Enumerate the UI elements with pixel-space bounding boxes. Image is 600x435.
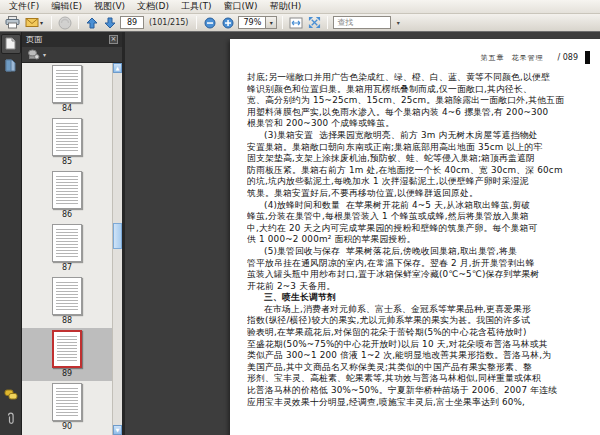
thumbnail-page-image[interactable] (52, 65, 82, 103)
document-area: 第五章 花果管理 / 089 封底;另一端敞口并用广告色染成红、绿、橙、白、蓝、… (125, 32, 600, 435)
text-line: (4)放蜂时间和数量 在苹果树开花前 4~5 天,从冰箱取出蜂茧,剪破 (247, 200, 600, 212)
previous-page-button[interactable] (84, 15, 100, 30)
page-number-input[interactable] (120, 16, 144, 29)
scrollbar-thumb[interactable] (113, 223, 122, 249)
text-line: 指数(纵径/横径)较大的果实,尤以元帅系苹果的果实为甚。我国的许多试 (247, 315, 600, 327)
menu-bar: 文件(F) 编辑(E) 视图(V) 文档(D) 工具(T) 窗口(W) 帮助(H… (0, 0, 600, 14)
paperclip-icon (5, 410, 16, 429)
zoom-in-icon (222, 17, 234, 29)
text-line: 应用宝丰灵效果十分明显,经调查,喷施宝丰灵后,富士坐果率达到 60%, (247, 397, 600, 409)
zoom-out-button[interactable] (202, 15, 218, 30)
text-line: 开花前 2~3 天备用。 (247, 281, 600, 293)
text-line: 至盛花期(50%~75%的中心花开放时)以后 10 天,对花朵喷布普洛马林或其 (247, 339, 600, 351)
menu-item[interactable]: 编辑(E) (45, 0, 88, 14)
navigation-tab-strip (0, 32, 22, 435)
text-line: 宽、高分别约为 15~25cm、15cm、25cm。巢箱除露出一面敞口外,其他五… (247, 95, 600, 107)
next-page-button[interactable] (102, 15, 118, 30)
panel-options-button[interactable]: ▾ (22, 47, 122, 63)
previous-view-button (57, 15, 73, 30)
search-dropdown-caret[interactable]: ▾ (393, 16, 403, 29)
text-line: 茧装入罐头瓶中用纱布封口,置于冰箱保鲜室冷藏(0℃~5℃)保存到苹果树 (247, 269, 600, 281)
text-line: 三、喷生长调节剂 (247, 292, 600, 304)
page-thumbnail[interactable]: 84 (22, 63, 112, 116)
menu-item[interactable]: 文件(F) (3, 0, 45, 14)
page-count-label: (101/215) (146, 18, 191, 27)
toolbar-separator (78, 16, 79, 29)
pages-icon (5, 35, 16, 54)
search-input[interactable] (333, 16, 391, 29)
tab-comments[interactable] (1, 385, 21, 405)
page-thumbnail[interactable]: 89 (22, 328, 112, 381)
page-thumbnail[interactable]: 85 (22, 116, 112, 169)
text-line: (5)巢管回收与保存 苹果树落花后,傍晚收回巢箱,取出巢管,将巢 (247, 246, 600, 258)
text-line: 验表明,在苹果疏花后,对保留的花朵于蕾铃期(5%的中心花含苞待放时) (247, 327, 600, 339)
zoom-in-button[interactable] (220, 15, 236, 30)
text-line: 蜂识别颜色和位置归巢。巢箱用瓦楞纸叠制而成,仅一面敞口,其内径长、 (247, 84, 600, 96)
scroll-up-arrow[interactable]: ▲ (113, 63, 122, 73)
arrow-up-icon (86, 17, 98, 29)
thumbnail-page-number: 86 (62, 210, 72, 220)
arrow-down-icon (104, 17, 116, 29)
page-thumbnail[interactable]: 87 (22, 222, 112, 275)
text-line: 类似产品 300~1 200 倍液 1~2 次,能明显地改善其果形指数。普洛马林… (247, 350, 600, 362)
menu-item[interactable]: 窗口(W) (218, 0, 264, 14)
email-icon (25, 17, 39, 28)
bookmarks-icon (5, 57, 16, 76)
email-button[interactable]: ▾ (22, 15, 46, 30)
thumbnail-scrollbar[interactable]: ▲ ▼ (112, 63, 122, 435)
thumbnail-list: 84 85 86 (22, 63, 122, 435)
zoom-level-select[interactable]: 79% ▾ (238, 16, 277, 29)
print-button[interactable] (4, 15, 20, 30)
page-thumbnail[interactable]: 88 (22, 275, 112, 328)
text-line: 比普洛马林的价格低 30%~50%。宁夏新华桥种苗场于 2006、2007 年连… (247, 385, 600, 397)
page-number-label: / 089 (557, 53, 578, 62)
menu-item[interactable]: 文档(D) (131, 0, 175, 14)
zoom-level-value: 79% (239, 18, 265, 27)
toolbar-separator (51, 16, 52, 29)
text-line: 筑巢。巢箱安置好后,不要再移动位置,以便蜂群返回原处。 (247, 188, 600, 200)
thumbnail-page-image[interactable] (52, 383, 82, 421)
thumbnail-items: 84 85 86 (22, 63, 112, 435)
options-dropdown-caret: ▾ (43, 52, 46, 58)
header-black-bar (585, 51, 590, 64)
page-thumbnail[interactable]: 90 (22, 381, 112, 434)
thumbnail-page-image[interactable] (52, 277, 82, 315)
pages-panel: 页面 × ▾ 84 (22, 32, 122, 435)
panel-title: 页面 (26, 34, 42, 45)
text-line: (3)巢箱安置 选择果园宽敞明亮、前方 3m 内无树木房屋等遮挡物处 (247, 130, 600, 142)
thumbnail-page-image[interactable] (52, 224, 82, 262)
toolbar-separator (327, 16, 328, 29)
zoom-out-icon (204, 17, 216, 29)
tab-pages[interactable] (1, 34, 21, 54)
thumbnail-page-number: 85 (62, 157, 72, 167)
thumbnail-page-image[interactable] (52, 171, 82, 209)
chapter-label: 第五章 (480, 53, 504, 63)
text-line: 防雨板压紧。巢箱右前方 1m 处,在地面挖一个长 40cm、宽 30cm、深 6… (247, 165, 600, 177)
thumbnail-page-image[interactable] (52, 330, 82, 368)
thumbnail-page-number: 88 (62, 316, 72, 326)
text-line: 用塑料薄膜包严实,以免雨水渗入。每个巢箱内装 4~6 摞巢管,有 200~300 (247, 107, 600, 119)
page-header: 第五章 花果管理 / 089 (480, 51, 590, 64)
text-line: 供 1 000~2 000m² 面积的苹果园授粉。 (247, 234, 600, 246)
thumbnail-page-number: 89 (62, 369, 72, 379)
menu-item[interactable]: 帮助(H) (264, 0, 308, 14)
tab-strip-bottom (1, 385, 21, 431)
menu-item[interactable]: 视图(V) (88, 0, 131, 14)
page-body-text: 封底;另一端敞口并用广告色染成红、绿、橙、白、蓝、黄等不同颜色,以便壁 蜂识别颜… (247, 72, 600, 408)
fit-width-button[interactable] (288, 15, 304, 30)
fit-page-button[interactable] (306, 15, 322, 30)
scroll-down-arrow[interactable]: ▼ (113, 425, 122, 435)
pdf-viewer-window: 文件(F) 编辑(E) 视图(V) 文档(D) 工具(T) 窗口(W) 帮助(H… (0, 0, 600, 435)
chapter-title: 花果管理 (511, 53, 543, 63)
menu-item[interactable]: 工具(T) (175, 0, 218, 14)
thumbnail-page-image[interactable] (52, 118, 82, 156)
text-line: 在市场上,消费者对元帅系、富士系、金冠系等苹果品种,更喜爱果形 (247, 304, 600, 316)
tab-bookmarks[interactable] (1, 56, 21, 76)
zoom-dropdown-caret[interactable]: ▾ (265, 17, 276, 28)
tab-attachments[interactable] (1, 409, 21, 429)
page-thumbnail[interactable]: 86 (22, 169, 112, 222)
thumbnail-page-number: 87 (62, 263, 72, 273)
text-line: 管平放吊挂在通风阴凉的室内,在常温下保存。翌春 2 月,折开巢管剥出蜂 (247, 258, 600, 270)
text-line: 安置巢箱。巢箱敞口朝向东南或正南;巢箱底部用高出地面 35cm 以上的牢 (247, 142, 600, 154)
panel-close-button[interactable]: × (109, 35, 118, 44)
